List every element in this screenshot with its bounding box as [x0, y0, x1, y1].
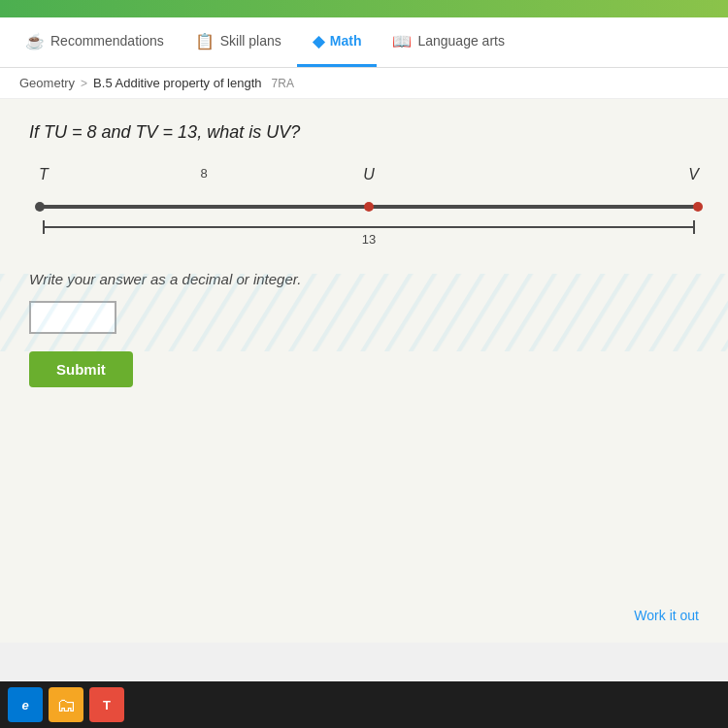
taskbar-edge-icon[interactable]: e — [8, 687, 43, 722]
point-t-label: T — [39, 166, 49, 183]
point-labels-row: T 8 U V — [39, 166, 699, 195]
breadcrumb-separator: > — [81, 77, 87, 90]
watermark — [0, 274, 728, 351]
language-arts-icon: 📖 — [392, 32, 412, 50]
breadcrumb: Geometry > B.5 Additive property of leng… — [0, 68, 728, 99]
tab-skill-plans-label: Skill plans — [220, 33, 281, 49]
svg-rect-1 — [0, 274, 728, 351]
question-text: If TU = 8 and TV = 13, what is UV? — [29, 122, 699, 143]
segment-tv-label: 13 — [362, 232, 376, 247]
measure-line — [43, 226, 695, 228]
measure-row: 13 — [39, 218, 699, 242]
measure-end-right — [693, 220, 695, 234]
dot-v — [693, 202, 703, 212]
main-line-track — [39, 201, 699, 215]
tab-language-arts-label: Language arts — [417, 33, 505, 49]
tab-recommendations-label: Recommendations — [50, 33, 164, 49]
dot-u — [364, 202, 374, 212]
taskbar: e 🗂 T — [0, 681, 728, 728]
tab-math[interactable]: ◆ Math — [297, 17, 378, 67]
taskbar-app-icon[interactable]: T — [89, 687, 124, 722]
math-icon: ◆ — [313, 32, 324, 50]
nav-tabs: ☕ Recommendations 📋 Skill plans ◆ Math 📖… — [0, 17, 728, 68]
diagram-container: T 8 U V 13 — [39, 166, 699, 242]
work-it-out-link[interactable]: Work it out — [634, 608, 699, 623]
point-u-label: U — [363, 166, 375, 183]
folder-icon-label: 🗂 — [56, 694, 76, 716]
point-v-label: V — [688, 166, 699, 183]
breadcrumb-tag: 7RA — [272, 77, 294, 90]
tab-skill-plans[interactable]: 📋 Skill plans — [180, 17, 297, 67]
segment-tu-label: 8 — [200, 166, 207, 181]
submit-button[interactable]: Submit — [29, 351, 133, 387]
breadcrumb-parent[interactable]: Geometry — [19, 76, 75, 90]
measure-end-left — [43, 220, 45, 234]
recommendations-icon: ☕ — [25, 32, 45, 50]
app-icon-label: T — [103, 698, 111, 712]
dot-t — [35, 202, 45, 212]
top-bar — [0, 0, 728, 17]
edge-icon-label: e — [21, 698, 28, 712]
tab-recommendations[interactable]: ☕ Recommendations — [10, 17, 180, 67]
tab-math-label: Math — [330, 33, 362, 49]
main-content: If TU = 8 and TV = 13, what is UV? T 8 U… — [0, 99, 728, 643]
taskbar-folder-icon[interactable]: 🗂 — [49, 687, 83, 722]
skill-plans-icon: 📋 — [195, 32, 215, 50]
tab-language-arts[interactable]: 📖 Language arts — [377, 17, 520, 67]
breadcrumb-current: B.5 Additive property of length — [93, 76, 261, 90]
